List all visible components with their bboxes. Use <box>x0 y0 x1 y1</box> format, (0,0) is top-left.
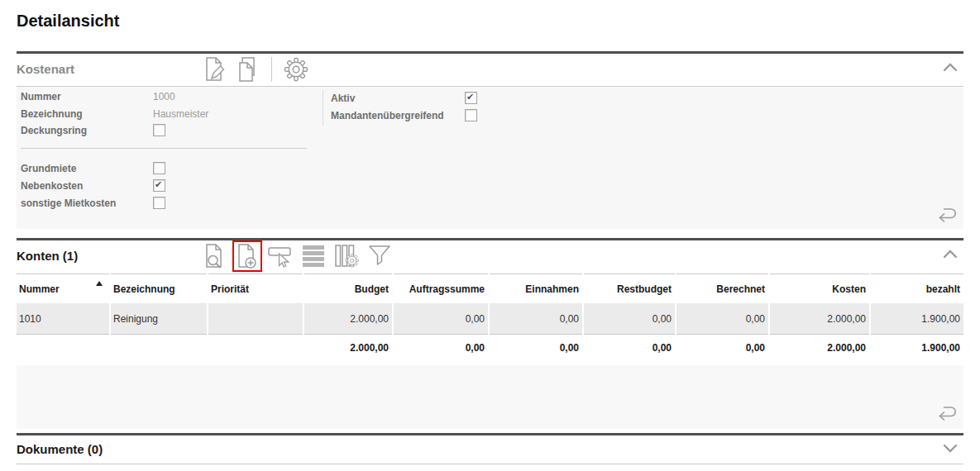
total-budget: 2.000,00 <box>304 334 392 361</box>
cell-einnahmen: 0,00 <box>490 303 582 334</box>
preview-document-icon[interactable] <box>203 243 227 269</box>
mandantenuebergreifend-label: Mandantenübergreifend <box>331 110 444 121</box>
dokumente-header: Dokumente (0) <box>17 435 963 463</box>
aktiv-label: Aktiv <box>331 93 355 104</box>
mandantenuebergreifend-checkbox[interactable] <box>465 109 477 121</box>
total-auftragssumme: 0,00 <box>394 334 488 361</box>
total-restbudget: 0,00 <box>584 334 675 361</box>
grundmiete-checkbox[interactable] <box>153 162 165 174</box>
return-arrow-icon <box>934 205 958 223</box>
column-header-auftragssumme[interactable]: Auftragssumme <box>394 274 488 303</box>
cell-nummer: 1010 <box>17 303 109 334</box>
fieldgroup-divider <box>21 148 307 149</box>
kostenart-header: Kostenart <box>17 54 963 86</box>
sonstige-mietkosten-label: sonstige Mietkosten <box>21 197 116 209</box>
edit-document-icon[interactable] <box>203 56 227 83</box>
total-kosten: 2.000,00 <box>770 334 869 361</box>
cell-prioritaet <box>208 303 303 334</box>
filter-funnel-icon[interactable] <box>367 244 392 269</box>
sonstige-mietkosten-checkbox[interactable] <box>153 197 165 209</box>
table-header-row: Nummer Bezeichnung Priorität Budget Auft… <box>17 274 963 303</box>
column-settings-icon[interactable] <box>333 244 360 269</box>
column-header-prioritaet[interactable]: Priorität <box>208 274 303 303</box>
kostenart-panel: Nummer 1000 Bezeichnung Hausmeister Deck… <box>17 87 963 229</box>
column-header-bezeichnung[interactable]: Bezeichnung <box>111 274 207 303</box>
konten-toolbar <box>203 242 392 270</box>
column-header-bezahlt[interactable]: bezahlt <box>871 274 963 303</box>
chevron-down-icon <box>942 442 958 454</box>
column-header-label: Nummer <box>19 283 60 295</box>
nummer-label: Nummer <box>21 91 61 102</box>
cell-berechnet: 0,00 <box>676 303 768 334</box>
chevron-up-icon <box>942 61 958 73</box>
toolbar-separator <box>271 57 272 82</box>
table-row[interactable]: 1010 Reinigung 2.000,00 0,00 0,00 0,00 0… <box>17 303 963 334</box>
section-title-kostenart: Kostenart <box>17 62 74 76</box>
bezeichnung-label: Bezeichnung <box>21 108 83 120</box>
cell-budget: 2.000,00 <box>304 303 392 334</box>
column-header-restbudget[interactable]: Restbudget <box>584 274 675 303</box>
deckungsring-checkbox[interactable] <box>153 124 165 136</box>
column-header-einnahmen[interactable]: Einnahmen <box>490 274 582 303</box>
total-bezahlt: 1.900,00 <box>871 334 963 361</box>
kostenart-return-button[interactable] <box>934 205 958 226</box>
konten-return-button[interactable] <box>934 403 958 425</box>
cell-bezeichnung: Reinigung <box>111 303 207 334</box>
konten-header: Konten (1) <box>17 240 963 273</box>
cell-restbudget: 0,00 <box>584 303 675 334</box>
kostenart-toolbar <box>203 55 308 83</box>
total-einnahmen: 0,00 <box>490 334 582 361</box>
dokumente-expand-button[interactable] <box>942 442 960 455</box>
list-rows-icon[interactable] <box>301 244 326 269</box>
konten-panel-footer <box>17 365 963 429</box>
cell-auftragssumme: 0,00 <box>394 303 488 334</box>
nummer-value: 1000 <box>153 91 175 102</box>
column-divider <box>323 89 323 126</box>
detail-view-page: Detailansicht Kostenart <box>0 0 980 471</box>
konten-collapse-button[interactable] <box>942 248 960 261</box>
nebenkosten-label: Nebenkosten <box>21 180 83 192</box>
nebenkosten-checkbox[interactable] <box>153 179 165 192</box>
cell-kosten: 2.000,00 <box>770 303 869 334</box>
cell-bezahlt: 1.900,00 <box>871 303 963 334</box>
copy-document-icon[interactable] <box>235 56 260 83</box>
column-header-nummer[interactable]: Nummer <box>17 274 109 303</box>
header-underline <box>17 464 963 464</box>
column-header-budget[interactable]: Budget <box>304 274 392 303</box>
grundmiete-label: Grundmiete <box>21 163 76 174</box>
select-row-icon[interactable] <box>267 244 294 269</box>
total-prioritaet <box>208 334 303 361</box>
total-nummer <box>17 334 109 361</box>
return-arrow-icon <box>934 403 958 421</box>
add-record-icon[interactable] <box>232 240 262 272</box>
column-header-kosten[interactable]: Kosten <box>770 274 869 303</box>
aktiv-checkbox[interactable] <box>465 92 477 104</box>
column-header-berechnet[interactable]: Berechnet <box>676 274 768 303</box>
konten-table: Nummer Bezeichnung Priorität Budget Auft… <box>17 274 963 361</box>
settings-gear-icon[interactable] <box>284 57 308 82</box>
table-totals-row: 2.000,00 0,00 0,00 0,00 0,00 2.000,00 1.… <box>17 334 963 361</box>
kostenart-collapse-button[interactable] <box>942 61 960 74</box>
deckungsring-label: Deckungsring <box>21 125 87 136</box>
bezeichnung-value: Hausmeister <box>153 108 208 120</box>
total-berechnet: 0,00 <box>676 334 768 361</box>
sort-ascending-icon <box>96 281 103 286</box>
page-title: Detailansicht <box>17 12 119 31</box>
total-bezeichnung <box>111 334 207 361</box>
section-title-konten: Konten (1) <box>17 249 78 263</box>
section-title-dokumente: Dokumente (0) <box>17 442 103 456</box>
chevron-up-icon <box>942 248 958 259</box>
